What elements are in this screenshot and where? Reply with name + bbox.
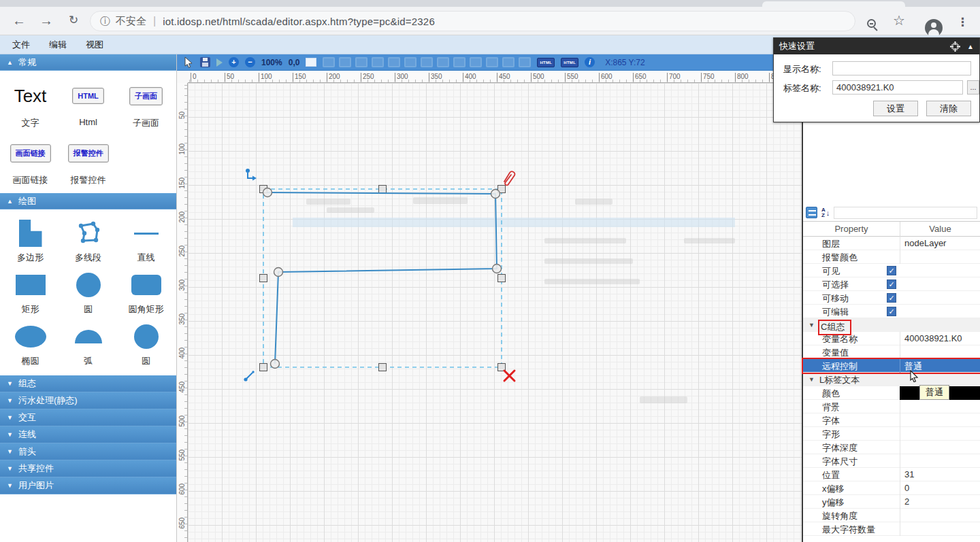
property-value[interactable] [900, 441, 980, 454]
property-row[interactable]: 可见✓ [803, 264, 980, 277]
browser-tab[interactable] [762, 1, 905, 7]
property-row[interactable]: ▼L标签文本 [803, 373, 980, 386]
dock-icon[interactable] [950, 41, 960, 52]
sidebar-section-header-1[interactable]: ▼污水处理(静态) [0, 392, 176, 409]
property-row[interactable]: 变量值 [803, 345, 980, 359]
zoom-out-icon[interactable]: − [245, 57, 255, 67]
sidebar-section-header-0[interactable]: ▼组态 [0, 375, 176, 392]
delete-x-icon[interactable] [502, 369, 517, 384]
property-value[interactable] [900, 345, 980, 359]
profile-avatar[interactable] [925, 19, 943, 37]
menu-item-1[interactable]: 编辑 [49, 39, 67, 51]
back-icon[interactable]: ← [10, 11, 29, 30]
section-draw-header[interactable]: ▲ 绘图 [0, 193, 176, 209]
property-value[interactable]: nodeLayer [900, 237, 980, 250]
paperclip-icon[interactable] [500, 169, 516, 188]
property-row[interactable]: 旋转角度 [803, 509, 980, 522]
browser-menu-icon[interactable]: ⋮ [957, 15, 968, 29]
html-export-icon[interactable]: HTML [537, 58, 555, 67]
alarm-widget-tool[interactable]: 报警控件 [68, 144, 109, 163]
canvas-grid[interactable] [188, 83, 802, 542]
checkbox-checked-icon[interactable]: ✓ [887, 280, 896, 289]
ellipse-tool[interactable] [15, 326, 46, 348]
bookmark-star-icon[interactable]: ☆ [893, 12, 905, 29]
property-row[interactable]: 可移动✓ [803, 291, 980, 305]
run-icon[interactable] [216, 58, 223, 67]
address-bar[interactable]: ⓘ 不安全 | iot.idosp.net/html/scada/editor.… [90, 11, 855, 31]
property-row[interactable]: 位置31 [803, 468, 980, 481]
property-value[interactable] [900, 427, 980, 441]
quick-settings-titlebar[interactable]: 快速设置 ▲ [774, 38, 979, 54]
property-value[interactable]: 31 [900, 468, 980, 481]
html-tool[interactable]: HTML [72, 88, 104, 104]
sidebar-section-header-4[interactable]: ▼箭头 [0, 443, 176, 460]
select-tool-icon[interactable] [184, 56, 194, 68]
browser-zoom-icon[interactable] [867, 19, 876, 28]
property-value[interactable]: 400038921.K0 [900, 332, 980, 345]
property-value[interactable] [900, 454, 980, 468]
property-row[interactable]: y偏移2 [803, 495, 980, 509]
menu-item-2[interactable]: 视图 [86, 39, 103, 51]
page-info-icon[interactable]: ⓘ [100, 15, 110, 28]
tag-name-input[interactable] [832, 80, 963, 95]
property-row[interactable]: 可编辑✓ [803, 305, 980, 318]
rounded-rect-tool[interactable] [131, 275, 161, 295]
categorized-view-icon[interactable] [806, 207, 817, 218]
selected-polyline-shape[interactable] [188, 83, 802, 542]
sidebar-section-header-3[interactable]: ▼连线 [0, 426, 176, 443]
property-value[interactable]: 0 [900, 481, 980, 495]
property-row[interactable]: ▼C组态 [803, 318, 980, 332]
display-name-input[interactable] [832, 61, 971, 75]
checkbox-checked-icon[interactable]: ✓ [887, 293, 896, 303]
set-button[interactable]: 设置 [873, 101, 918, 116]
property-value[interactable] [900, 250, 980, 264]
property-row[interactable]: 颜色 [803, 386, 980, 400]
info-icon[interactable]: i [585, 57, 595, 67]
browse-tags-button[interactable]: ... [967, 80, 979, 95]
property-value[interactable] [900, 400, 980, 413]
html-preview-icon[interactable]: HTML [561, 58, 578, 67]
subscreen-tool[interactable]: 子画面 [129, 87, 163, 105]
property-row[interactable]: 字体 [803, 413, 980, 427]
property-row[interactable]: 字体尺寸 [803, 454, 980, 468]
property-row[interactable]: 可选择✓ [803, 277, 980, 291]
sidebar-section-header-6[interactable]: ▼用户图片 [0, 477, 176, 494]
polyline-tool[interactable] [75, 220, 102, 247]
rect-tool[interactable] [16, 275, 46, 295]
reload-icon[interactable]: ↻ [64, 11, 83, 30]
checkbox-checked-icon[interactable]: ✓ [887, 266, 896, 275]
property-row[interactable]: 图层nodeLayer [803, 237, 980, 250]
property-row[interactable]: 远程控制普通 [803, 359, 980, 373]
line-tool[interactable] [134, 233, 159, 235]
property-row[interactable]: 背景 [803, 400, 980, 413]
save-icon[interactable] [200, 57, 210, 67]
property-search-box[interactable] [834, 207, 977, 219]
circle-tool[interactable] [76, 273, 101, 297]
sidebar-section-header-2[interactable]: ▼交互 [0, 409, 176, 426]
property-row[interactable]: 最大字符数量 [803, 522, 980, 536]
sort-alphabetical-icon[interactable]: AZ↓ [821, 207, 830, 219]
property-value[interactable] [900, 509, 980, 522]
collapse-panel-icon[interactable]: ▲ [967, 43, 974, 50]
property-row[interactable]: x偏移0 [803, 481, 980, 495]
canvas-size-icon[interactable] [306, 58, 316, 67]
property-value[interactable]: 2 [900, 495, 980, 509]
sidebar-section-header-5[interactable]: ▼共享控件 [0, 460, 176, 477]
clear-button[interactable]: 清除 [926, 101, 971, 116]
section-general-header[interactable]: ▲ 常规 [0, 54, 176, 71]
property-value[interactable] [900, 413, 980, 427]
polygon-tool[interactable] [19, 220, 42, 247]
property-row[interactable]: 字形 [803, 427, 980, 441]
screen-link-tool[interactable]: 画面链接 [10, 144, 51, 163]
property-row[interactable]: 报警颜色 [803, 250, 980, 264]
property-row[interactable]: 字体深度 [803, 441, 980, 454]
arc-tool[interactable] [75, 330, 102, 343]
property-value[interactable] [900, 522, 980, 536]
property-row[interactable]: 变量名称400038921.K0 [803, 332, 980, 345]
menu-item-0[interactable]: 文件 [12, 39, 30, 51]
circle-tool[interactable] [134, 324, 159, 349]
zoom-in-icon[interactable]: + [229, 57, 239, 67]
checkbox-checked-icon[interactable]: ✓ [887, 307, 896, 316]
forward-icon[interactable]: → [37, 11, 56, 30]
text-tool[interactable]: Text [14, 86, 47, 107]
